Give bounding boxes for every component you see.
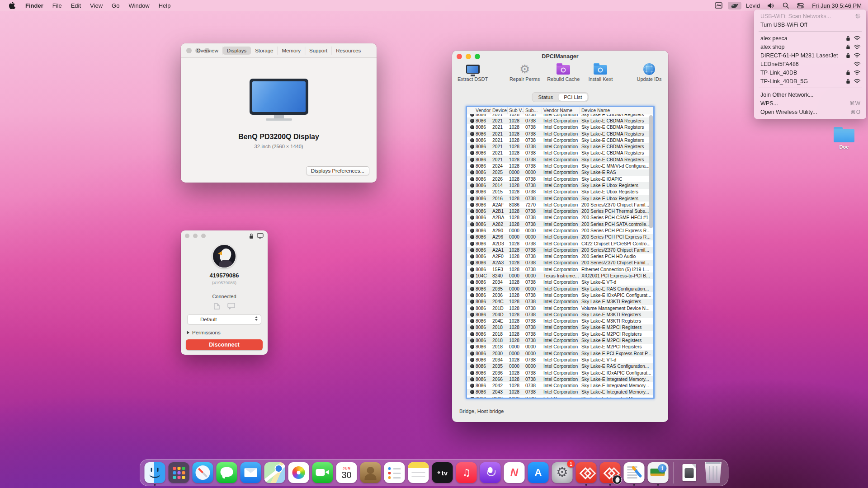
toolbar-update-ids[interactable]: Update IDs [636, 63, 663, 82]
tab-resources[interactable]: Resources [332, 47, 365, 55]
pci-row[interactable]: 8086202110280738Intel CorporationSky Lak… [467, 117, 653, 124]
pci-row[interactable]: 8086A2F010280738Intel Corporation200 Ser… [467, 253, 653, 260]
pci-row[interactable]: 8086202410280738Intel CorporationSky Lak… [467, 163, 653, 169]
pci-row[interactable]: 8086204D10280738Intel CorporationSky Lak… [467, 311, 653, 318]
pci-row[interactable]: 8086201610280738Intel CorporationSky Lak… [467, 195, 653, 202]
dock-notes[interactable] [408, 462, 429, 483]
pci-row[interactable]: 8086204310280738Intel CorporationSky Lak… [467, 389, 653, 395]
user-name[interactable]: Levid [744, 2, 762, 9]
dock-music[interactable]: ♫ [456, 462, 477, 483]
dock-finder[interactable] [145, 462, 165, 483]
tab-storage[interactable]: Storage [251, 47, 278, 55]
column-sub-v-[interactable]: Sub V... [508, 107, 524, 114]
apple-menu[interactable] [6, 1, 18, 10]
pci-row[interactable]: 8086203410280738Intel CorporationSky Lak… [467, 279, 653, 286]
pci-row[interactable]: 8086202110280738Intel CorporationSky Lak… [467, 124, 653, 131]
screen-mirroring-icon[interactable] [712, 1, 725, 9]
menu-bar-clock[interactable]: Fri Jun 30 5:46 PM [809, 2, 862, 9]
pci-row[interactable]: 8086201410280738Intel CorporationSky Lak… [467, 182, 653, 188]
toolbar-extract-dsdt[interactable]: Extract DSDT [458, 63, 488, 82]
pci-row[interactable]: 8086202110280738Intel CorporationSky Lak… [467, 137, 653, 143]
menu-view[interactable]: View [85, 2, 107, 9]
pci-row[interactable]: 8086203610280738Intel CorporationSky Lak… [467, 292, 653, 298]
window-titlebar[interactable]: OverviewDisplaysStorageMemorySupportReso… [181, 43, 377, 58]
menu-edit[interactable]: Edit [66, 2, 85, 9]
wifi-menu-action[interactable]: Join Other Network... [754, 90, 866, 99]
pci-row[interactable]: 8086201810280738Intel CorporationSky Lak… [467, 324, 653, 331]
minimize-button[interactable] [193, 234, 198, 238]
dock-trash[interactable] [703, 462, 724, 483]
pci-row[interactable]: 808615E310280738Intel CorporationEtherne… [467, 266, 653, 272]
pci-row[interactable]: 8086A2D310280738Intel CorporationC422 Ch… [467, 240, 653, 247]
pci-row[interactable]: 8086204210280738Intel CorporationSky Lak… [467, 382, 653, 389]
file-transfer-icon[interactable] [213, 303, 221, 310]
volume-icon[interactable] [764, 2, 777, 9]
disconnect-button[interactable]: Disconnect [186, 339, 263, 350]
dock-dpci[interactable] [648, 462, 669, 483]
pci-row[interactable]: 8086206610280738Intel CorporationSky Lak… [467, 376, 653, 382]
window-titlebar[interactable] [181, 230, 268, 241]
menu-help[interactable]: Help [154, 2, 175, 9]
dock-photos[interactable] [288, 462, 309, 483]
column-vendor[interactable]: Vendor [474, 107, 491, 114]
pci-row[interactable]: 8086201800000000Intel CorporationSky Lak… [467, 344, 653, 350]
zoom-button[interactable] [201, 234, 206, 238]
pci-row[interactable]: 8086202110280738Intel CorporationSky Lak… [467, 143, 653, 150]
pci-row[interactable]: 8086201D10280738Intel CorporationVolume … [467, 305, 653, 311]
wifi-network-item[interactable]: alex pesca [754, 34, 866, 42]
dock-documents[interactable] [679, 462, 700, 483]
column-device-name[interactable]: Device Name [580, 107, 653, 114]
pci-row[interactable]: 8086202110280738Intel CorporationSky Lak… [467, 150, 653, 156]
pci-row[interactable]: 8086203500000000Intel CorporationSky Lak… [467, 286, 653, 292]
tab-status[interactable]: Status [533, 94, 559, 101]
wifi-menu-action[interactable]: WPS...⌘W [754, 99, 866, 108]
window-titlebar[interactable]: DPCIManager [452, 51, 668, 62]
dock-safari[interactable] [193, 462, 213, 483]
dock-news[interactable]: N [504, 462, 525, 483]
chat-icon[interactable] [227, 303, 235, 310]
tab-memory[interactable]: Memory [278, 47, 305, 55]
displays-preferences-button[interactable]: Displays Preferences... [306, 166, 369, 175]
pci-row[interactable]: 8086A29000000000Intel Corporation200 Ser… [467, 227, 653, 234]
pci-row[interactable]: 8086203410280738Intel CorporationSky Lak… [467, 357, 653, 363]
tab-pci-list[interactable]: PCI List [558, 94, 587, 101]
column-sub-[interactable]: Sub... [524, 107, 542, 114]
pci-row[interactable]: 8086A28210280738Intel Corporation200 Ser… [467, 221, 653, 227]
dock-appstore[interactable]: A [528, 462, 549, 483]
toolbar-rebuild-cache[interactable]: Rebuild Cache [547, 63, 580, 82]
pci-row[interactable]: 8086A2A310280738Intel Corporation200 Ser… [467, 260, 653, 266]
pci-row[interactable]: 8086204E10280738Intel CorporationSky Lak… [467, 318, 653, 324]
scrollbar-thumb[interactable] [649, 115, 653, 228]
wifi-network-item[interactable]: LEDnet5FA486 [754, 60, 866, 68]
pci-row[interactable]: 8086201810280738Intel CorporationSky Lak… [467, 337, 653, 343]
menu-file[interactable]: File [48, 2, 66, 9]
dock-podcasts[interactable] [480, 462, 501, 483]
dock-appletv[interactable]: tv [432, 462, 453, 483]
pci-row[interactable]: 8086202610280738Intel CorporationSky Lak… [467, 176, 653, 182]
wifi-network-item[interactable]: TP-Link_40DB_5G [754, 77, 866, 85]
profile-select[interactable]: Default [187, 314, 261, 324]
wifi-network-item[interactable]: TP-Link_40DB [754, 68, 866, 77]
tab-support[interactable]: Support [305, 47, 332, 55]
zoom-button[interactable] [475, 54, 480, 59]
dock-messages[interactable] [217, 462, 237, 483]
dock-anydesk[interactable] [576, 462, 597, 483]
desktop-icon-doc[interactable]: Doc [828, 127, 860, 150]
dock-sysprefs[interactable]: ⚙1 [552, 462, 573, 483]
pci-row[interactable]: 8086204C10280738Intel CorporationSky Lak… [467, 299, 653, 305]
pci-row[interactable]: 8086202110280738Intel CorporationSky Lak… [467, 114, 653, 117]
dock-facetime[interactable] [312, 462, 333, 483]
wifi-turn-off-item[interactable]: Turn USB-WiFi Off [754, 20, 866, 29]
dock-anydesk-session[interactable] [600, 462, 621, 483]
spotlight-search-icon[interactable] [780, 1, 792, 9]
close-button[interactable] [457, 54, 462, 59]
pci-row[interactable]: 8086206610280738Intel CorporationSky Lak… [467, 395, 653, 398]
usb-wifi-menu-icon[interactable] [728, 2, 741, 9]
column-device[interactable]: Device [491, 107, 508, 114]
permissions-disclosure[interactable]: Permissions [187, 330, 221, 335]
pci-row[interactable]: 8086A2AF80867270Intel Corporation200 Ser… [467, 202, 653, 208]
dock-launchpad[interactable] [169, 462, 189, 483]
pci-row[interactable]: 8086203610280738Intel CorporationSky Lak… [467, 370, 653, 376]
control-center-icon[interactable] [794, 2, 807, 9]
pci-row[interactable]: 104C824000000000Texas Instrume...XIO2001… [467, 272, 653, 279]
